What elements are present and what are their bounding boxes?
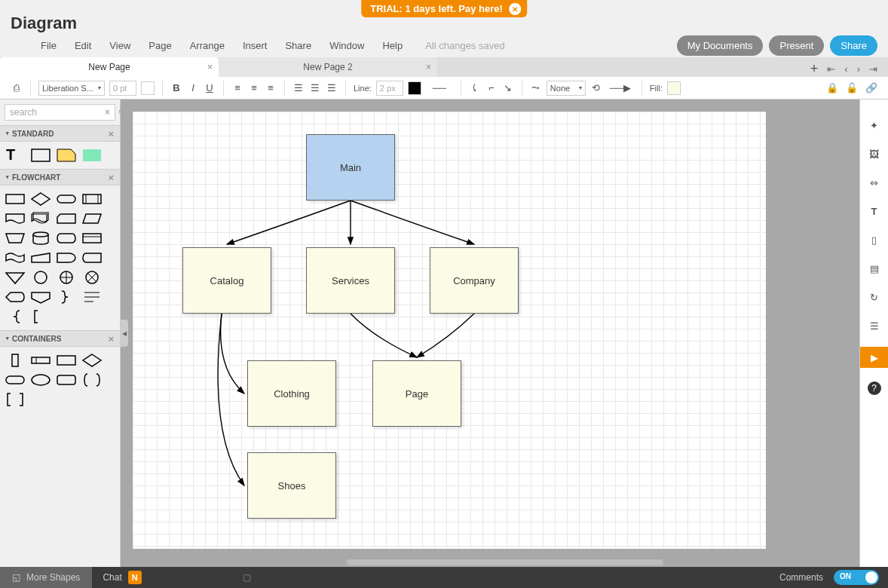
menu-page[interactable]: Page <box>149 40 171 51</box>
navigator-icon[interactable]: ✦ <box>867 118 882 133</box>
or-shape[interactable] <box>56 270 77 285</box>
align-right-icon[interactable]: ≡ <box>265 82 277 94</box>
line-style-icon[interactable]: ── <box>426 82 453 94</box>
card-shape[interactable] <box>56 211 77 226</box>
maximize-icon[interactable]: ▢ <box>243 572 251 583</box>
predefined-shape[interactable] <box>81 191 103 207</box>
close-icon[interactable]: × <box>426 62 431 72</box>
panel-standard[interactable]: STANDARD × <box>0 125 120 142</box>
internal-shape[interactable] <box>81 231 103 246</box>
tab-new-page-2[interactable]: New Page 2 × <box>219 57 437 77</box>
text-icon[interactable]: T <box>867 204 882 219</box>
menu-window[interactable]: Window <box>329 40 364 51</box>
route-icon[interactable]: ⤳ <box>530 82 542 94</box>
line-width-input[interactable]: 2 px <box>376 81 403 96</box>
collapse-sidebar-handle[interactable]: ◀ <box>121 320 128 347</box>
manual-input-shape[interactable] <box>30 250 51 265</box>
connector-angle-icon[interactable]: ⌐ <box>485 82 498 94</box>
brackets-container-shape[interactable] <box>5 392 26 407</box>
font-size-input[interactable]: 0 pt <box>109 81 136 96</box>
display-shape[interactable] <box>5 289 26 305</box>
tape-shape[interactable] <box>5 250 26 265</box>
nav-last-icon[interactable]: ⇥ <box>869 63 877 75</box>
comments-toggle[interactable]: ON <box>834 570 879 585</box>
direct-shape[interactable] <box>56 231 77 246</box>
page-icon[interactable]: ▯ <box>867 232 882 247</box>
dimensions-icon[interactable]: ⇔ <box>867 175 882 190</box>
database-shape[interactable] <box>30 231 51 246</box>
text-color-box[interactable] <box>141 81 155 95</box>
nav-next-icon[interactable]: › <box>857 63 860 75</box>
image-icon[interactable]: 🖼 <box>867 146 882 161</box>
nav-first-icon[interactable]: ⇤ <box>827 63 835 75</box>
delay-shape[interactable] <box>56 250 77 265</box>
offpage-shape[interactable] <box>30 289 51 305</box>
green-rect-shape[interactable] <box>81 148 103 163</box>
menu-share[interactable]: Share <box>285 40 311 51</box>
present-button[interactable]: Present <box>769 35 824 56</box>
manual-shape[interactable] <box>5 231 26 246</box>
brace-left-shape[interactable] <box>5 309 26 324</box>
text-shape[interactable]: T <box>5 148 26 163</box>
close-icon[interactable]: × <box>207 62 213 72</box>
canvas[interactable]: Main Catalog Services Company Clothing P… <box>133 112 766 549</box>
process-shape[interactable] <box>5 191 26 207</box>
document-shape[interactable] <box>5 211 26 226</box>
brace-right-shape[interactable] <box>56 289 77 305</box>
fill-color-box[interactable] <box>667 81 681 95</box>
more-shapes-button[interactable]: ◱ More Shapes <box>0 567 92 588</box>
rect-shape[interactable] <box>30 148 51 163</box>
diamond-container-shape[interactable] <box>81 353 103 368</box>
align-center-icon[interactable]: ≡ <box>248 82 260 94</box>
chat-label[interactable]: Chat <box>103 572 121 583</box>
clear-icon[interactable]: × <box>105 107 110 118</box>
document-title[interactable]: Diagram <box>11 14 77 33</box>
close-icon[interactable]: ✕ <box>509 3 521 15</box>
node-catalog[interactable]: Catalog <box>182 247 271 314</box>
arrow-start-select[interactable]: None▾ <box>547 81 586 96</box>
line-color-box[interactable] <box>408 81 421 95</box>
unlock-icon[interactable]: 🔓 <box>846 82 858 94</box>
close-icon[interactable]: × <box>108 128 114 139</box>
ellipse-container-shape[interactable] <box>30 372 51 387</box>
note-shape[interactable] <box>56 148 77 163</box>
close-icon[interactable]: × <box>108 333 114 345</box>
print-icon[interactable]: ⎙ <box>11 82 23 94</box>
decision-shape[interactable] <box>30 191 51 207</box>
pill-container-shape[interactable] <box>5 372 26 387</box>
bold-icon[interactable]: B <box>170 82 182 94</box>
connector-curve-icon[interactable]: ⤹ <box>469 82 481 94</box>
menu-arrange[interactable]: Arrange <box>190 40 225 51</box>
add-page-button[interactable]: + <box>810 61 819 77</box>
note-text-shape[interactable] <box>81 289 103 305</box>
close-icon[interactable]: × <box>108 172 114 183</box>
rect-container-shape[interactable] <box>56 353 77 368</box>
align-left-icon[interactable]: ≡ <box>231 82 243 94</box>
search-input[interactable]: search × 🔍 <box>5 104 115 121</box>
node-services[interactable]: Services <box>306 247 395 314</box>
node-page[interactable]: Page <box>372 360 461 427</box>
menu-help[interactable]: Help <box>382 40 403 51</box>
help-icon[interactable]: ? <box>868 381 881 395</box>
share-button[interactable]: Share <box>830 35 877 56</box>
trial-banner[interactable]: TRIAL: 1 days left. Pay here! ✕ <box>361 0 527 17</box>
bracket-shape[interactable] <box>30 309 51 324</box>
stored-shape[interactable] <box>81 250 103 265</box>
nav-prev-icon[interactable]: ‹ <box>844 63 847 75</box>
italic-icon[interactable]: I <box>187 82 199 94</box>
data-shape[interactable] <box>81 211 103 226</box>
valign-mid-icon[interactable]: ☰ <box>309 82 321 94</box>
menu-insert[interactable]: Insert <box>243 40 268 51</box>
arrow-end-icon[interactable]: ──▶ <box>607 82 634 94</box>
link-icon[interactable]: 🔗 <box>865 82 877 94</box>
canvas-area[interactable]: ◀ Main Catalog Ser <box>121 100 859 567</box>
font-select[interactable]: Liberation S...▾ <box>38 81 105 96</box>
braces-container-shape[interactable] <box>81 372 103 387</box>
connector-shape[interactable] <box>30 270 51 285</box>
swap-icon[interactable]: ⟲ <box>590 82 602 94</box>
sum-shape[interactable] <box>81 270 103 285</box>
connector-straight-icon[interactable]: ↘ <box>502 82 514 94</box>
node-clothing[interactable]: Clothing <box>247 360 336 427</box>
master-icon[interactable]: ▤ <box>867 261 882 276</box>
multidoc-shape[interactable] <box>30 211 51 226</box>
